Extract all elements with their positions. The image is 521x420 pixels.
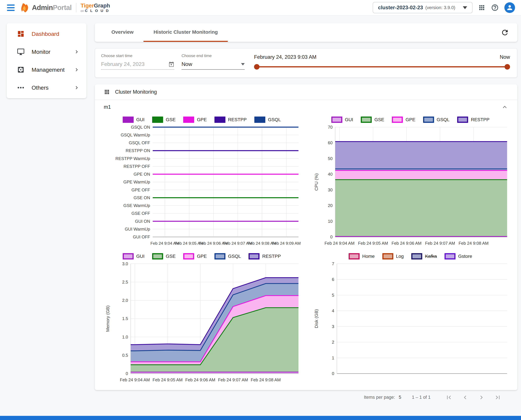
disk-usage-chart: HomeLogKafkaGstore 01234567Disk (GB) (311, 251, 510, 386)
items-per-page-value[interactable]: 5 (399, 395, 401, 400)
legend-swatch (152, 117, 163, 123)
previous-page-icon[interactable] (461, 394, 469, 401)
legend-gsql[interactable]: GSQL (254, 117, 281, 123)
svg-text:2: 2 (332, 340, 334, 345)
chevron-right-icon (73, 84, 80, 91)
menu-icon[interactable] (7, 5, 15, 11)
svg-text:0.5: 0.5 (122, 353, 128, 358)
sidebar-item-others[interactable]: Others (7, 79, 86, 97)
sidebar-item-monitor[interactable]: Monitor (7, 43, 86, 61)
legend-label: Kafka (425, 254, 437, 259)
svg-text:RESTPP OFF: RESTPP OFF (124, 164, 150, 169)
svg-text:Disk (GB): Disk (GB) (314, 309, 319, 328)
user-avatar[interactable] (504, 2, 515, 13)
legend-label: RESTPP (228, 117, 247, 122)
tigergraph-cloud-wordmark: TigerGraph onC L O U D (81, 3, 110, 13)
slider-track[interactable] (256, 66, 508, 68)
time-range-panel: Choose start time February 24, 2023 Choo… (95, 48, 517, 78)
node-section-header: m1 (95, 100, 517, 114)
service-status-chart-svg: GSQL ONGSQL WarmUpGSQL OFFRESTPP ONRESTP… (102, 125, 301, 249)
svg-text:GSQL WarmUp: GSQL WarmUp (121, 133, 150, 137)
legend-gse[interactable]: GSE (152, 253, 176, 259)
tab-historic-cluster-monitoring[interactable]: Historic Cluster Monitoring (143, 23, 228, 42)
legend-label: RESTPP (262, 254, 281, 259)
legend-kafka[interactable]: Kafka (411, 253, 437, 259)
svg-text:3: 3 (332, 324, 334, 329)
legend-swatch (411, 253, 422, 259)
chevron-down-icon (463, 6, 467, 9)
tigergraph-logo-icon (21, 2, 30, 13)
first-page-icon[interactable] (445, 394, 452, 401)
legend-swatch (249, 253, 259, 259)
page-range-label: 1 – 1 of 1 (412, 395, 431, 400)
legend-restpp[interactable]: RESTPP (214, 117, 247, 123)
svg-text:1.5: 1.5 (122, 316, 128, 321)
legend-log[interactable]: Log (382, 253, 404, 259)
legend-gpe[interactable]: GPE (392, 117, 415, 123)
svg-text:GSQL ON: GSQL ON (131, 125, 150, 129)
app-header: AdminPortal TigerGraph onC L O U D clust… (0, 0, 521, 15)
svg-text:GSQL OFF: GSQL OFF (129, 140, 150, 145)
svg-text:Feb 24 9:06 AM: Feb 24 9:06 AM (391, 241, 421, 246)
legend-gui[interactable]: GUI (123, 117, 145, 123)
last-page-icon[interactable] (494, 394, 501, 401)
legend-label: Log (396, 254, 404, 259)
slider-handle-start[interactable] (254, 64, 259, 70)
time-range-slider[interactable] (254, 64, 510, 70)
svg-text:Feb 24 9:09 AM: Feb 24 9:09 AM (272, 241, 301, 246)
legend-home[interactable]: Home (349, 253, 375, 259)
start-time-input[interactable]: February 24, 2023 (101, 61, 174, 70)
start-time-field: Choose start time February 24, 2023 (101, 53, 174, 77)
legend-label: GUI (136, 117, 145, 122)
end-time-value: Now (181, 61, 241, 67)
legend-gse[interactable]: GSE (152, 117, 176, 123)
legend-label: Gstore (458, 254, 472, 259)
svg-text:GUI WarmUp: GUI WarmUp (125, 227, 150, 232)
legend-swatch (361, 117, 372, 123)
svg-text:GUI ON: GUI ON (135, 219, 150, 224)
cluster-select[interactable]: cluster-2023-02-23 (version: 3.9.0) (373, 2, 473, 13)
svg-text:Feb 24 9:08 AM: Feb 24 9:08 AM (251, 377, 281, 382)
next-page-icon[interactable] (478, 394, 485, 401)
calendar-icon[interactable] (169, 61, 174, 67)
legend-gui[interactable]: GUI (331, 117, 353, 123)
svg-text:Feb 24 9:04 AM: Feb 24 9:04 AM (325, 241, 354, 246)
legend-label: GSQL (228, 254, 241, 259)
legend-restpp[interactable]: RESTPP (457, 117, 490, 123)
legend-gse[interactable]: GSE (361, 117, 384, 123)
legend-swatch (183, 117, 194, 123)
legend-gpe[interactable]: GPE (183, 253, 207, 259)
legend-gsql[interactable]: GSQL (423, 117, 450, 123)
node-title: m1 (104, 104, 111, 110)
svg-text:1: 1 (332, 355, 334, 360)
cluster-version: (version: 3.9.0) (425, 5, 455, 10)
legend-gstore[interactable]: Gstore (444, 253, 472, 259)
svg-text:6: 6 (332, 277, 334, 282)
svg-text:60: 60 (328, 140, 333, 145)
svg-text:GPE WarmUp: GPE WarmUp (123, 180, 150, 184)
legend-restpp[interactable]: RESTPP (249, 253, 281, 259)
help-icon[interactable] (491, 4, 499, 11)
end-time-field: Choose end time Now (181, 53, 245, 77)
slider-handle-end[interactable] (505, 64, 510, 70)
legend-swatch (183, 253, 194, 259)
chart-legend: GUIGSEGPERESTPPGSQL (102, 114, 301, 125)
sidebar-item-label: Management (31, 67, 73, 73)
legend-gui[interactable]: GUI (123, 253, 145, 259)
adminportal-wordmark: AdminPortal (32, 4, 72, 12)
apps-grid-icon[interactable] (478, 4, 485, 11)
bottom-bar (0, 416, 521, 420)
legend-gpe[interactable]: GPE (183, 117, 207, 123)
legend-gsql[interactable]: GSQL (214, 253, 241, 259)
tab-overview[interactable]: Overview (101, 23, 143, 42)
sidebar-item-dashboard[interactable]: Dashboard (7, 25, 86, 43)
svg-text:Feb 24 9:07 AM: Feb 24 9:07 AM (425, 241, 455, 246)
legend-swatch (214, 253, 226, 259)
paginator: Items per page: 5 1 – 1 of 1 (95, 394, 517, 401)
refresh-button[interactable] (499, 27, 511, 38)
chart-legend: GUIGSEGPEGSQLRESTPP (102, 251, 301, 262)
sidebar-item-management[interactable]: Management (7, 61, 86, 79)
collapse-icon[interactable] (501, 103, 508, 111)
end-time-select[interactable]: Now (181, 61, 245, 70)
cpu-usage-chart: GUIGSEGPEGSQLRESTPP 010203040506070Feb 2… (311, 114, 510, 249)
